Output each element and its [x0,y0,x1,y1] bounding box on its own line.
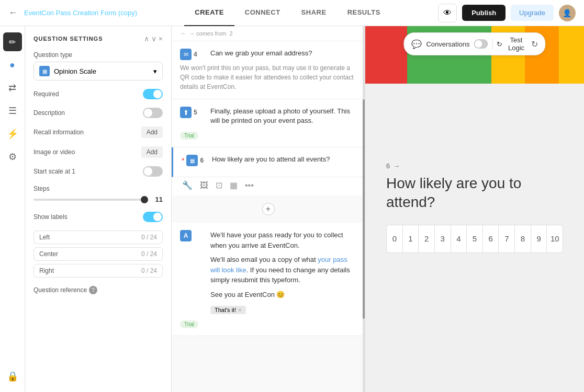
ending-item: A We'll have your pass ready for you to … [172,223,365,336]
description-toggle[interactable] [143,108,163,118]
scale-item-7[interactable]: 7 [499,225,515,252]
tool-grid-button[interactable]: ▦ [228,179,240,191]
test-logic-button[interactable]: ↻ Test Logic [497,36,526,52]
required-asterisk: * [182,156,184,165]
q-text-6: How likely are you to attend all events? [212,155,356,164]
sidebar-item-settings[interactable]: ⚙ [3,147,22,166]
ending-tag: That's it! × [210,306,246,314]
scale-item-8[interactable]: 8 [515,225,531,252]
sidebar-item-integrations[interactable]: ⚡ [3,124,22,143]
question-item-5[interactable]: ⬆ 5 Finally, please upload a photo of yo… [172,99,365,147]
panel-close-button[interactable]: × [159,34,163,43]
scale-item-5[interactable]: 5 [467,225,483,252]
conversations-label: Conversations [426,40,469,48]
scroll-thumb [363,99,365,319]
tab-results[interactable]: RESULTS [337,0,391,26]
scale-icon-q6: ▦ [186,155,198,166]
eye-icon: 👁 [443,8,452,18]
scale-item-10[interactable]: 10 [547,225,563,252]
settings-icon: ⚙ [8,151,17,163]
icon-sidebar: ✏ ● ⇄ ☰ ⚡ ⚙ 🔒 [0,26,25,392]
test-logic-label: Test Logic [506,36,526,52]
ending-tag-close[interactable]: × [238,307,241,313]
recall-add-button[interactable]: Add [141,126,163,138]
panel-header: QUESTION SETTINGS ∧ ∨ × [33,34,163,43]
scale-item-6[interactable]: 6 [483,225,499,252]
top-nav: ← EventCon Pass Creation Form (copy) CRE… [0,0,584,26]
tab-create[interactable]: CREATE [184,0,234,26]
tool-more-button[interactable]: ••• [243,180,256,191]
right-label-row: Right 0 / 24 [33,264,163,278]
labels-setting: Left 0 / 24 Center 0 / 24 Right 0 / 24 [33,230,163,278]
opinion-scale: 0 1 2 3 4 5 6 7 8 9 10 [386,225,563,253]
scale-item-4[interactable]: 4 [451,225,467,252]
tool-wrench-button[interactable]: 🔧 [180,179,195,191]
upgrade-button[interactable]: Upgrade [511,5,554,21]
question-type-label: Question type [33,51,163,59]
ending-text-3: See you at EventCon 😊 [210,290,356,300]
image-add-button[interactable]: Add [141,146,163,158]
add-question-button[interactable]: + [262,203,275,215]
scroll-indicator [363,26,365,392]
scale-item-3[interactable]: 3 [435,225,451,252]
left-label: Left [39,234,50,241]
scale-item-0[interactable]: 0 [387,225,403,252]
q-num-6: 6 [200,157,204,164]
right-arrow-icon: → [180,30,186,37]
question-type-setting: Question type ▦ Opinion Scale ▾ [33,51,163,80]
question-item-4[interactable]: ✉ 4 Can we grab your email address? We w… [172,41,365,99]
pencil-icon: ✏ [9,37,16,47]
show-labels-toggle[interactable] [143,212,163,222]
preview-q-num: 6 [386,162,390,170]
color-bar-yellow2 [559,26,584,84]
image-label: Image or video [33,148,75,156]
description-setting: Description [33,108,163,118]
upload-icon: ⬆ [180,107,192,118]
scale-icon: ▦ [42,68,47,74]
q-num-5: 5 [194,109,197,116]
comes-from-bar: → → comes from 2 [172,26,365,41]
sidebar-item-edit[interactable]: ✏ [3,32,22,51]
back-button[interactable]: ← [8,7,18,18]
conversations-toggle[interactable] [474,39,488,49]
scale-item-2[interactable]: 2 [419,225,435,252]
chat-icon: 💬 [411,39,422,49]
integrations-icon: ⚡ [7,128,18,140]
required-toggle[interactable] [143,89,163,99]
steps-setting: Steps 11 [33,185,163,203]
scale-item-9[interactable]: 9 [531,225,547,252]
preview-question: How likely are you to attend? [386,174,563,212]
publish-button[interactable]: Publish [462,5,506,21]
tool-logic-button[interactable]: ⊡ [214,179,224,191]
list-icon: ☰ [8,105,17,117]
question-ref-help-icon[interactable]: ? [89,286,97,294]
sidebar-item-logic[interactable]: ⇄ [3,78,22,97]
refresh-button[interactable]: ↻ [531,39,538,49]
question-item-6[interactable]: * ▦ 6 How likely are you to attend all e… [172,147,365,177]
tab-share[interactable]: SHARE [291,0,337,26]
required-setting: Required [33,89,163,99]
sidebar-item-palette[interactable]: ● [3,55,22,74]
form-title: EventCon Pass Creation Form (copy) [24,9,137,17]
palette-icon: ● [9,60,15,71]
question-type-select[interactable]: ▦ Opinion Scale ▾ [33,62,163,80]
preview-q-arrow: → [393,162,400,170]
panel-up-button[interactable]: ∧ [144,34,149,43]
sidebar-item-list[interactable]: ☰ [3,101,22,120]
recall-setting: Recall information Add [33,126,163,138]
preview-panel: 💬 Conversations ↻ Test Logic ↻ 6 → How l… [365,26,584,392]
nav-right: 👁 Publish Upgrade 👤 [438,4,576,22]
preview-button[interactable]: 👁 [438,4,457,22]
center-label-row: Center 0 / 24 [33,247,163,261]
description-label: Description [33,109,65,117]
scale-item-1[interactable]: 1 [403,225,419,252]
tab-connect[interactable]: CONNECT [234,0,291,26]
start-scale-label: Start scale at 1 [33,168,75,175]
steps-slider[interactable] [33,199,148,201]
sidebar-item-lock[interactable]: 🔒 [3,367,22,386]
panel-down-button[interactable]: ∨ [151,34,156,43]
start-scale-toggle[interactable] [143,166,163,177]
q-text-5: Finally, please upload a photo of yourse… [210,107,356,125]
avatar: 👤 [559,5,576,21]
tool-image-button[interactable]: 🖼 [198,180,210,191]
